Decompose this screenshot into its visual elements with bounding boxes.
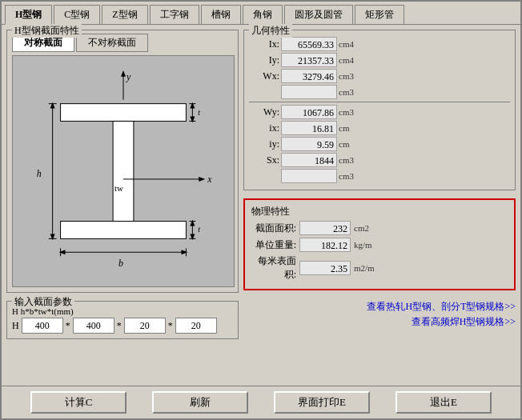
svg-text:h: h (37, 168, 42, 179)
prop-unit-Wx2: cm3 (339, 87, 361, 97)
tab-channel[interactable]: 槽钢 (201, 5, 241, 24)
phys-name-surface: 每米表面积: (251, 254, 296, 282)
prop-row-Sx2: cm3 (249, 169, 510, 183)
svg-rect-1 (61, 104, 187, 122)
right-panel: 几何特性 Ix: 65569.33 cm4 Iy: 21357.33 cm4 W… (243, 30, 516, 381)
param-input-4[interactable] (175, 318, 217, 334)
phys-name-weight: 单位重量: (251, 238, 296, 252)
svg-text:t: t (198, 225, 200, 234)
tab-rect-tube[interactable]: 矩形管 (355, 5, 404, 24)
phys-unit-surface: m2/m (354, 263, 375, 273)
prop-value-ix: 16.81 (281, 121, 337, 135)
left-panel: H型钢截面特性 对称截面 不对称截面 (6, 30, 239, 381)
phys-props-title: 物理特性 (251, 206, 290, 217)
phys-row-area: 截面面积: 232 cm2 (251, 221, 508, 235)
prop-row-Wy: Wy: 1067.86 cm3 (249, 105, 510, 119)
print-button[interactable]: 界面打印E (274, 391, 370, 414)
param-prefix: H (12, 320, 19, 332)
tab-c-beam[interactable]: C型钢 (54, 5, 100, 24)
tab-asymmetric[interactable]: 不对称截面 (76, 34, 148, 52)
sep-2: * (117, 320, 122, 332)
svg-rect-3 (61, 222, 187, 239)
section-box-title: H型钢截面特性 (12, 24, 82, 38)
prop-value-Iy: 21357.33 (281, 53, 337, 67)
tab-angle[interactable]: 角钢 (243, 5, 283, 24)
drawing-area: y x tw h (12, 55, 235, 287)
svg-text:b: b (118, 258, 123, 269)
tab-bar: H型钢 C型钢 Z型钢 工字钢 槽钢 角钢 圆形及圆管 矩形管 (2, 2, 520, 25)
prop-row-Sx: Sx: 1844 cm3 (249, 153, 510, 167)
prop-row-Ix: Ix: 65569.33 cm4 (249, 37, 510, 51)
refresh-button[interactable]: 刷新 (152, 391, 248, 414)
svg-text:t: t (198, 109, 200, 118)
prop-value-Wx: 3279.46 (281, 69, 337, 83)
prop-name-Sx: Sx: (249, 154, 279, 166)
bottom-bar: 计算C 刷新 界面打印E 退出E (2, 386, 520, 418)
prop-row-Iy: Iy: 21357.33 cm4 (249, 53, 510, 67)
svg-text:y: y (126, 71, 131, 82)
main-window: H型钢 C型钢 Z型钢 工字钢 槽钢 角钢 圆形及圆管 矩形管 H型钢截面特性 … (0, 0, 522, 420)
prop-unit-Sx2: cm3 (339, 171, 361, 181)
prop-row-iy: iy: 9.59 cm (249, 137, 510, 151)
svg-rect-2 (113, 121, 134, 221)
input-params-box: 输入截面参数 H h*b*tw*t(mm) H * * * (6, 301, 239, 339)
tab-i-beam[interactable]: 工字钢 (150, 5, 199, 24)
prop-value-Ix: 65569.33 (281, 37, 337, 51)
prop-name-Ix: Ix: (249, 38, 279, 50)
svg-text:tw: tw (114, 183, 123, 193)
prop-unit-ix: cm (339, 123, 361, 133)
prop-unit-Iy: cm4 (339, 55, 361, 65)
param-input-2[interactable] (73, 318, 114, 334)
phys-props-box: 物理特性 截面面积: 232 cm2 单位重量: 182.12 kg/m 每米表… (243, 198, 516, 290)
phys-value-surface: 2.35 (299, 261, 351, 275)
prop-unit-iy: cm (339, 139, 361, 149)
param-input-1[interactable] (22, 318, 63, 334)
phys-row-surface: 每米表面积: 2.35 m2/m (251, 254, 508, 282)
prop-row-ix: ix: 16.81 cm (249, 121, 510, 135)
section-box: H型钢截面特性 对称截面 不对称截面 (6, 30, 239, 293)
prop-name-Wy: Wy: (249, 106, 279, 118)
svg-text:x: x (207, 174, 212, 185)
phys-row-weight: 单位重量: 182.12 kg/m (251, 238, 508, 252)
geo-props-title: 几何特性 (249, 24, 292, 38)
prop-name-Wx: Wx: (249, 70, 279, 82)
prop-row-Wx: Wx: 3279.46 cm3 (249, 69, 510, 83)
calc-button[interactable]: 计算C (30, 391, 126, 414)
prop-name-Iy: Iy: (249, 54, 279, 66)
prop-value-Sx2 (281, 169, 337, 183)
prop-value-Wx2 (281, 85, 337, 99)
input-params-title: 输入截面参数 (12, 295, 74, 309)
prop-value-Wy: 1067.86 (281, 105, 337, 119)
sep-1: * (66, 320, 70, 332)
prop-name-ix: ix: (249, 122, 279, 134)
links-area: 查看热轧H型钢、剖分T型钢规格>> 查看高频焊H型钢规格>> (243, 298, 516, 330)
phys-name-area: 截面面积: (251, 222, 296, 235)
phys-value-weight: 182.12 (299, 238, 351, 252)
prop-row-Wx2: cm3 (249, 85, 510, 99)
exit-button[interactable]: 退出E (396, 391, 492, 414)
link-hot-rolled[interactable]: 查看热轧H型钢、剖分T型钢规格>> (243, 300, 516, 314)
phys-unit-weight: kg/m (354, 240, 372, 250)
prop-unit-Ix: cm4 (339, 39, 361, 49)
sep-3: * (168, 320, 173, 332)
geo-props-box: 几何特性 Ix: 65569.33 cm4 Iy: 21357.33 cm4 W… (243, 30, 516, 190)
tab-circle-tube[interactable]: 圆形及圆管 (284, 5, 353, 24)
prop-value-iy: 9.59 (281, 137, 337, 151)
tab-h-beam[interactable]: H型钢 (5, 5, 52, 25)
link-high-freq[interactable]: 查看高频焊H型钢规格>> (243, 315, 516, 329)
tab-z-beam[interactable]: Z型钢 (102, 5, 147, 24)
prop-name-iy: iy: (249, 138, 279, 150)
phys-value-area: 232 (299, 221, 351, 235)
prop-unit-Sx: cm3 (339, 155, 361, 165)
param-input-row: H * * * (12, 318, 233, 334)
param-input-3[interactable] (124, 318, 166, 334)
prop-unit-Wy: cm3 (339, 107, 361, 117)
prop-value-Sx: 1844 (281, 153, 337, 167)
phys-unit-area: cm2 (354, 223, 369, 233)
divider-1 (249, 102, 510, 102)
content-area: H型钢截面特性 对称截面 不对称截面 (2, 25, 520, 386)
prop-unit-Wx: cm3 (339, 71, 361, 81)
